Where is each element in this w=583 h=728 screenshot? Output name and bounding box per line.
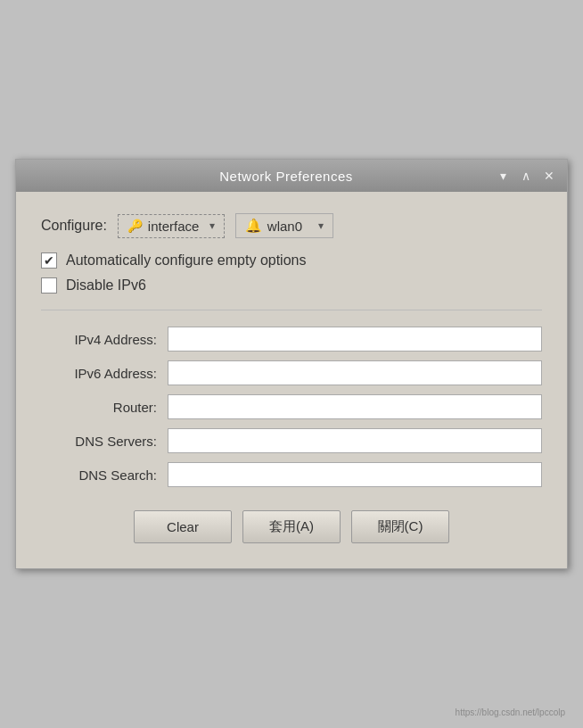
ipv6-input[interactable]: [168, 360, 542, 385]
network-preferences-window: Network Preferences ▾ ∧ ✕ Configure: 🔑 i…: [15, 159, 568, 569]
dns-servers-label: DNS Servers:: [41, 434, 157, 449]
ipv6-row: IPv6 Address:: [41, 360, 542, 385]
dropdown-icon[interactable]: ▾: [494, 169, 512, 183]
disable-ipv6-label: Disable IPv6: [66, 277, 146, 294]
clear-button[interactable]: Clear: [134, 510, 232, 543]
interface-dropdown[interactable]: 🔑 interface ▾: [118, 214, 225, 238]
ipv4-row: IPv4 Address:: [41, 327, 542, 352]
interface-label: interface: [148, 219, 200, 234]
disable-ipv6-checkbox[interactable]: [41, 277, 57, 294]
window-title: Network Preferences: [78, 169, 494, 184]
ipv4-label: IPv4 Address:: [41, 332, 157, 347]
dns-search-label: DNS Search:: [41, 467, 157, 483]
ipv6-label: IPv6 Address:: [41, 366, 157, 381]
separator: [41, 310, 542, 310]
auto-configure-row: ✔ Automatically configure empty options: [41, 252, 542, 269]
dns-servers-row: DNS Servers:: [41, 428, 542, 453]
dns-search-input[interactable]: [168, 462, 542, 487]
router-row: Router:: [41, 394, 542, 419]
close-icon[interactable]: ✕: [540, 169, 558, 183]
router-label: Router:: [41, 400, 157, 415]
checkboxes-section: ✔ Automatically configure empty options …: [41, 252, 542, 294]
buttons-row: Clear 套用(A) 關閉(C): [41, 501, 542, 550]
disable-ipv6-row: Disable IPv6: [41, 277, 542, 294]
wlan-label: wlan0: [267, 219, 302, 234]
router-input[interactable]: [168, 394, 542, 419]
wlan-arrow: ▾: [318, 219, 324, 232]
dns-servers-input[interactable]: [168, 428, 542, 453]
wlan-icon: 🔔: [245, 218, 262, 234]
auto-configure-checkmark: ✔: [44, 254, 54, 267]
wlan-dropdown[interactable]: 🔔 wlan0 ▾: [235, 213, 333, 238]
titlebar: Network Preferences ▾ ∧ ✕: [16, 160, 567, 192]
window-content: Configure: 🔑 interface ▾ 🔔 wlan0 ▾ ✔ Aut…: [16, 192, 567, 568]
interface-icon: 🔑: [127, 219, 143, 233]
watermark: https://blog.csdn.net/lpccolp: [456, 707, 565, 717]
minimize-icon[interactable]: ∧: [517, 169, 535, 183]
ipv4-input[interactable]: [168, 327, 542, 352]
configure-label: Configure:: [41, 218, 107, 234]
auto-configure-label: Automatically configure empty options: [66, 252, 306, 269]
titlebar-controls: ▾ ∧ ✕: [494, 169, 558, 183]
auto-configure-checkbox[interactable]: ✔: [41, 252, 57, 269]
interface-arrow: ▾: [209, 219, 215, 232]
dns-search-row: DNS Search:: [41, 462, 542, 487]
configure-row: Configure: 🔑 interface ▾ 🔔 wlan0 ▾: [41, 213, 542, 238]
apply-button[interactable]: 套用(A): [242, 510, 341, 543]
fields-section: IPv4 Address: IPv6 Address: Router: DNS …: [41, 327, 542, 487]
close-button[interactable]: 關閉(C): [351, 510, 449, 543]
